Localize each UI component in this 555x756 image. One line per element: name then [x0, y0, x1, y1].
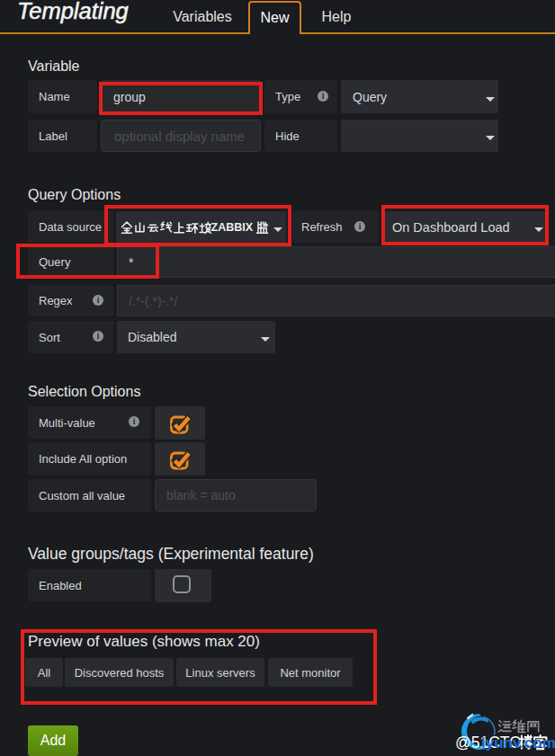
svg-text:iyunv.com: iyunv.com [481, 734, 555, 752]
